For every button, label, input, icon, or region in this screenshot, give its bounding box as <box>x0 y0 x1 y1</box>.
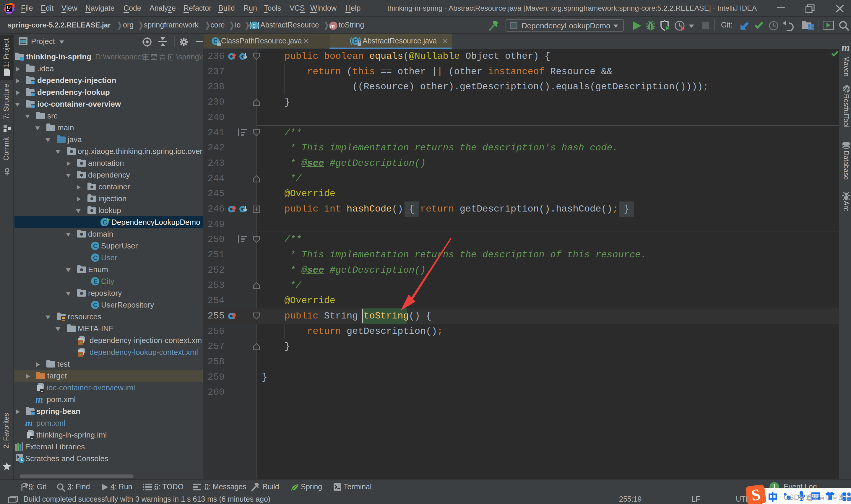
svg-text:C: C <box>93 242 98 250</box>
svg-text:C: C <box>93 254 98 262</box>
svg-text:E: E <box>93 278 98 285</box>
svg-text:C: C <box>93 301 98 309</box>
svg-text:IJ: IJ <box>6 6 11 10</box>
svg-text:C: C <box>354 38 358 44</box>
svg-text:m: m <box>330 22 335 30</box>
svg-text:C: C <box>252 23 256 30</box>
svg-text:C: C <box>103 219 107 226</box>
